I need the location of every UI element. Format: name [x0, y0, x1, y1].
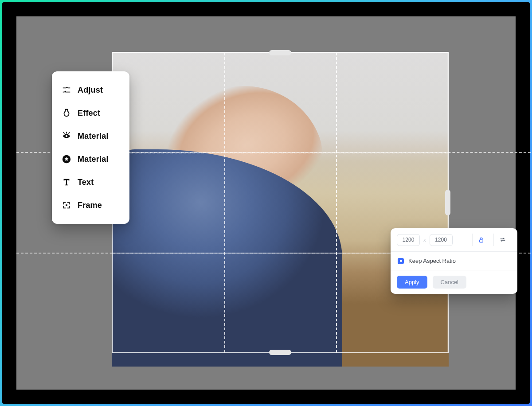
- tool-label: Frame: [78, 201, 102, 210]
- effect-icon: [62, 108, 71, 118]
- svg-rect-1: [66, 204, 67, 206]
- text-icon: [62, 177, 71, 187]
- width-input[interactable]: 1200: [397, 234, 420, 246]
- tool-effect[interactable]: Effect: [52, 102, 129, 125]
- keep-aspect-label: Keep Aspect Ratio: [408, 258, 456, 264]
- adjust-icon: [62, 85, 71, 95]
- star-material-icon: [62, 154, 71, 164]
- resize-actions: Apply Cancel: [391, 270, 517, 294]
- eye-material-icon: [62, 131, 71, 141]
- swap-icon: [499, 236, 506, 243]
- swap-dimensions-button[interactable]: [493, 234, 511, 246]
- tool-adjust[interactable]: Adjust: [52, 78, 129, 102]
- lock-icon: [478, 237, 485, 243]
- cancel-button[interactable]: Cancel: [433, 276, 466, 289]
- tool-panel: Adjust Effect Material Material Text Fra…: [52, 71, 129, 224]
- frame-icon: [62, 200, 71, 210]
- lock-aspect-button[interactable]: [472, 234, 490, 246]
- tool-label: Material: [78, 132, 109, 141]
- keep-aspect-checkbox[interactable]: [398, 258, 404, 264]
- tool-label: Adjust: [78, 86, 103, 95]
- resize-dimensions-row: 1200 x 1200: [391, 228, 517, 252]
- resize-popover: 1200 x 1200 Keep Aspect Ratio Apply Canc…: [391, 228, 517, 294]
- tool-label: Text: [78, 178, 94, 187]
- height-input[interactable]: 1200: [430, 234, 453, 246]
- tool-label: Material: [78, 155, 109, 164]
- tool-frame[interactable]: Frame: [52, 194, 129, 217]
- dimension-separator: x: [423, 237, 426, 242]
- tool-material-eye[interactable]: Material: [52, 125, 129, 148]
- apply-button[interactable]: Apply: [397, 276, 427, 289]
- tool-text[interactable]: Text: [52, 171, 129, 194]
- svg-rect-2: [480, 239, 483, 242]
- crop-image: [112, 52, 449, 367]
- tool-material-star[interactable]: Material: [52, 148, 129, 171]
- tool-label: Effect: [78, 109, 100, 118]
- keep-aspect-row[interactable]: Keep Aspect Ratio: [391, 252, 517, 270]
- editor-window: Adjust Effect Material Material Text Fra…: [2, 2, 530, 404]
- editor-canvas[interactable]: Adjust Effect Material Material Text Fra…: [16, 16, 516, 390]
